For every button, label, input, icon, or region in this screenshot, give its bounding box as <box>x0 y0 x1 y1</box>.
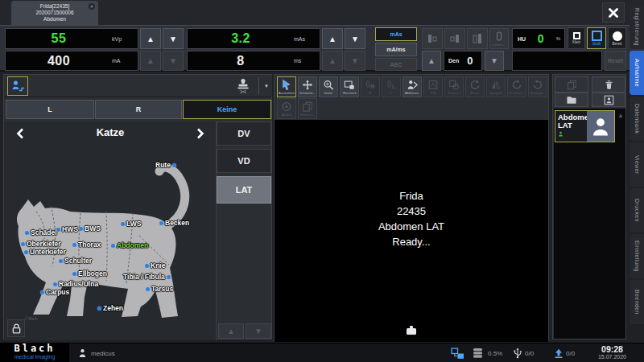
focus-large-button[interactable]: Groß <box>587 27 606 49</box>
tool-pan-button[interactable]: Schwenk... <box>298 76 317 97</box>
mas-up-button[interactable]: ▲ <box>322 28 343 49</box>
marker-tab-right[interactable]: R <box>95 100 182 119</box>
copy-image-button[interactable] <box>555 76 588 93</box>
tool-rotate-cw-button[interactable]: Im Uhrze... <box>507 76 526 97</box>
region-schaedel[interactable]: Schädel <box>25 228 57 237</box>
patient-size-large-button[interactable] <box>467 28 488 49</box>
nav-tab-datenbank[interactable]: Datenbank <box>630 97 644 141</box>
tool-label: Rechteck <box>343 91 357 95</box>
mode-aec-button[interactable]: AEC <box>375 58 417 71</box>
ready-button[interactable]: Bereit <box>608 27 626 49</box>
marker-tab-left[interactable]: L <box>6 100 94 119</box>
tool-select-button[interactable]: Auswählen <box>277 76 296 97</box>
kvp-up-button[interactable]: ▲ <box>140 28 161 49</box>
tool-reject-button[interactable]: Ablehnen <box>402 76 422 97</box>
nav-tab-aufnahme[interactable]: Aufnahme <box>630 51 644 95</box>
region-knie[interactable]: Knie <box>145 261 165 269</box>
region-tibia-fibula[interactable]: Tibia / Fibula <box>123 273 171 281</box>
tab-close-icon[interactable]: × <box>89 3 95 10</box>
region-label: Schädel <box>31 228 57 237</box>
usb-icon[interactable] <box>512 347 523 360</box>
ma-down-button[interactable]: ▼ <box>163 51 184 71</box>
projection-lat-button[interactable]: LAT <box>217 176 271 204</box>
ms-down-button[interactable]: ▼ <box>345 51 365 71</box>
upload-icon[interactable] <box>553 348 564 360</box>
body-map-up-button[interactable]: ▲ <box>218 323 244 339</box>
window-close-button[interactable] <box>602 2 625 23</box>
projection-dv-button[interactable]: DV <box>217 121 271 146</box>
nav-tab-registrierung[interactable]: Registrierung <box>630 5 644 49</box>
kvp-down-button[interactable]: ▼ <box>163 28 184 49</box>
nav-tab-beenden[interactable]: Beenden <box>630 280 644 324</box>
density-up-button[interactable]: ▲ <box>422 51 441 71</box>
brand-tagline: medical imaging <box>0 354 69 360</box>
region-zehen[interactable]: Zehen <box>97 304 123 312</box>
region-thorax[interactable]: Thorax <box>72 241 101 249</box>
region-radius-ulna[interactable]: Radius/Ulna <box>53 280 98 288</box>
mirror-icon <box>490 79 502 91</box>
region-carpus[interactable]: Carpus <box>40 288 69 296</box>
density-down-button[interactable]: ▼ <box>485 51 504 71</box>
open-folder-button[interactable] <box>555 93 588 107</box>
patient-size-medium-button[interactable] <box>444 28 465 49</box>
tool-mirror-button[interactable]: Spiegeln <box>486 76 506 97</box>
region-lws[interactable]: LWS <box>121 220 141 228</box>
region-dot <box>111 244 115 248</box>
mas-down-button[interactable]: ▼ <box>345 28 365 49</box>
ms-up-button[interactable]: ▲ <box>322 51 343 71</box>
nav-tab-einstellung[interactable]: Einstellung <box>630 234 644 278</box>
body-map-down-button[interactable]: ▼ <box>246 323 271 339</box>
region-rute[interactable]: Rute <box>155 161 176 169</box>
region-label: Abdomen <box>117 241 148 249</box>
patient-position-button[interactable] <box>7 76 28 96</box>
tool-rotate-ccw-button[interactable]: Entgege... <box>528 76 547 97</box>
mode-ma-ms-button[interactable]: mA/ms <box>375 43 417 56</box>
tool-rectangle-button[interactable]: Rechteck <box>340 76 359 97</box>
region-tarsus[interactable]: Tarsus <box>146 285 173 293</box>
region-hws[interactable]: HWS <box>56 225 78 233</box>
region-dot <box>25 231 29 235</box>
collimator-button[interactable]: Collimat... <box>489 28 509 49</box>
stamp-button[interactable]: 1=1 <box>231 76 255 97</box>
region-oberkiefer[interactable]: Oberkiefer <box>21 240 61 248</box>
region-dot <box>53 282 57 286</box>
tool-zoom-button[interactable]: Zoom <box>319 76 338 97</box>
network-icon[interactable] <box>451 348 464 360</box>
rotate-ccw-icon <box>532 79 543 91</box>
database-icon[interactable] <box>472 348 484 359</box>
tool-kvl-button[interactable]: KVL <box>423 76 443 97</box>
image-viewport[interactable]: Frida 22435 Abdomen LAT Ready... <box>275 120 548 342</box>
region-schulter[interactable]: Schulter <box>59 257 92 265</box>
reset-exposure-button[interactable]: Reset <box>605 51 626 71</box>
delete-image-button[interactable] <box>592 76 625 93</box>
lock-button[interactable] <box>7 319 25 337</box>
projection-vd-button[interactable]: VD <box>217 149 271 173</box>
ma-up-button[interactable]: ▲ <box>140 51 161 71</box>
region-dot <box>56 228 60 232</box>
region-bws[interactable]: BWS <box>79 224 101 232</box>
region-ellbogen[interactable]: Ellbogen <box>72 269 107 278</box>
tool-retake-button[interactable]: Erneut a... <box>298 98 317 119</box>
export-patient-button[interactable] <box>592 93 625 107</box>
tool-marker-l-button[interactable]: L L <box>382 76 401 97</box>
tool-process-button[interactable]: Prozess <box>444 76 464 97</box>
stamp-dropdown-button[interactable]: ▼ <box>261 76 272 97</box>
mode-mas-button[interactable]: mAs <box>375 27 417 41</box>
study-tab[interactable]: Frida[22435] 2020071500006 Abdomen × <box>11 1 98 25</box>
region-becken[interactable]: Becken <box>159 219 189 227</box>
patient-size-small-button[interactable] <box>422 28 443 49</box>
region-dot <box>145 264 149 268</box>
nav-tab-viewer[interactable]: Viewer <box>630 142 644 187</box>
focus-small-button[interactable]: Klein <box>568 27 585 49</box>
stamp-icon <box>237 78 250 90</box>
tool-marker-r-button[interactable]: R R <box>361 76 380 97</box>
marker-none-label: Keine <box>217 105 237 113</box>
region-abdomen[interactable]: Abdomen <box>111 241 148 249</box>
marker-tab-none[interactable]: Keine <box>183 100 271 119</box>
region-unterkiefer[interactable]: Unterkiefer <box>24 248 66 256</box>
tool-change-button[interactable]: Ändern <box>277 98 296 119</box>
thumbnail-scroll-up-button[interactable]: ▲ <box>617 112 624 119</box>
tool-reset-button[interactable]: Reset <box>465 76 485 97</box>
thumbnail-abdomen-lat[interactable]: Abdomen LAT <box>555 110 615 142</box>
nav-tab-drucken[interactable]: Drucken <box>630 188 644 232</box>
